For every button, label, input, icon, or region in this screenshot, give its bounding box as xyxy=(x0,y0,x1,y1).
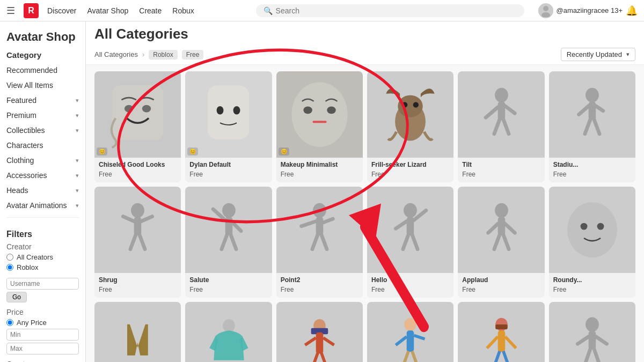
svg-line-78 xyxy=(487,337,497,348)
items-grid: 😊 Chiseled Good Looks Free 😊 xyxy=(86,65,644,362)
item-name: Tilt xyxy=(462,161,540,169)
list-item[interactable] xyxy=(367,302,453,362)
svg-rect-29 xyxy=(134,217,142,235)
svg-point-16 xyxy=(495,88,508,102)
item-name: Stadiu... xyxy=(553,161,631,169)
search-input[interactable] xyxy=(276,6,517,15)
item-name: Shrug xyxy=(99,276,177,285)
svg-line-42 xyxy=(301,221,316,226)
bell-icon[interactable]: 🔔 xyxy=(626,5,638,17)
svg-line-38 xyxy=(221,235,226,249)
svg-point-1 xyxy=(541,12,550,17)
svg-point-6 xyxy=(217,106,224,114)
list-item[interactable]: Tilt Free xyxy=(458,71,544,182)
list-item[interactable]: 😊 Dylan Default Free xyxy=(185,71,272,182)
list-item[interactable]: Shrug Free xyxy=(94,187,181,298)
svg-line-48 xyxy=(396,221,407,229)
list-item[interactable] xyxy=(94,302,181,362)
sidebar-item-collectibles[interactable]: Collectibles ▾ xyxy=(0,123,85,138)
item-price: Free xyxy=(281,171,358,178)
svg-line-73 xyxy=(403,351,408,362)
item-name: Roundy... xyxy=(553,276,631,285)
list-item[interactable]: Frill-seeker Lizard Free xyxy=(367,71,453,182)
list-item[interactable]: Salute Free xyxy=(185,187,272,298)
chevron-down-icon: ▾ xyxy=(76,202,79,209)
svg-line-33 xyxy=(140,235,145,249)
item-badge: 😊 xyxy=(187,147,198,156)
nav-discover[interactable]: Discover xyxy=(47,6,76,15)
sidebar: Avatar Shop Category Recommended View Al… xyxy=(0,21,86,362)
list-item[interactable] xyxy=(185,302,272,362)
item-info: Chiseled Good Looks Free xyxy=(94,158,181,182)
nav-avatar-shop[interactable]: Avatar Shop xyxy=(87,6,128,15)
svg-rect-70 xyxy=(407,330,414,352)
svg-point-59 xyxy=(580,223,587,230)
item-name: Point2 xyxy=(281,276,358,285)
svg-point-13 xyxy=(398,95,422,117)
svg-line-86 xyxy=(585,349,590,362)
search-icon: 🔍 xyxy=(264,6,273,15)
radio-any-price[interactable]: Any Price xyxy=(6,319,79,327)
list-item[interactable]: 😊 Chiseled Good Looks Free xyxy=(94,71,181,182)
sidebar-item-view-all[interactable]: View All Items xyxy=(0,78,85,93)
item-name: Chiseled Good Looks xyxy=(99,161,177,169)
svg-point-28 xyxy=(131,203,144,218)
svg-line-66 xyxy=(323,338,334,345)
sidebar-item-avatar-animations[interactable]: Avatar Animations ▾ xyxy=(0,198,85,213)
svg-point-69 xyxy=(404,318,416,331)
sidebar-item-characters[interactable]: Characters xyxy=(0,138,85,153)
list-item[interactable] xyxy=(549,302,635,362)
avatar[interactable] xyxy=(538,3,553,18)
item-price: Free xyxy=(462,286,540,293)
svg-rect-77 xyxy=(497,330,505,352)
item-name: Dylan Default xyxy=(189,161,267,169)
nav-create[interactable]: Create xyxy=(139,6,162,15)
svg-rect-83 xyxy=(589,331,596,350)
creator-filter: Creator All Creators Roblox Go xyxy=(0,242,85,302)
list-item[interactable]: 😊 Makeup Minimalist Free xyxy=(276,71,363,182)
svg-line-37 xyxy=(232,223,241,231)
creators-sidebar-label: Creators xyxy=(0,354,85,362)
username-input[interactable] xyxy=(6,278,79,290)
list-item[interactable] xyxy=(458,302,544,362)
page-layout: Avatar Shop Category Recommended View Al… xyxy=(0,21,644,362)
svg-point-60 xyxy=(597,223,604,230)
item-info: Tilt Free xyxy=(458,158,544,182)
breadcrumb-separator: › xyxy=(142,50,144,58)
breadcrumb-free[interactable]: Free xyxy=(182,50,204,60)
radio-roblox[interactable]: Roblox xyxy=(6,263,79,271)
sort-dropdown[interactable]: Recently Updated ▾ xyxy=(561,48,635,61)
svg-rect-2 xyxy=(112,85,164,141)
svg-line-18 xyxy=(486,107,498,117)
max-price-input[interactable] xyxy=(6,343,79,354)
list-item[interactable]: Roundy... Free xyxy=(549,187,635,298)
chevron-down-icon: ▾ xyxy=(76,112,79,119)
sidebar-item-featured[interactable]: Featured ▾ xyxy=(0,93,85,108)
list-item[interactable]: Point2 Free xyxy=(276,187,363,298)
sidebar-item-accessories[interactable]: Accessories ▾ xyxy=(0,168,85,183)
creator-radio-group: All Creators Roblox xyxy=(6,253,79,271)
nav-robux[interactable]: Robux xyxy=(172,6,194,15)
svg-line-39 xyxy=(230,235,236,249)
go-button[interactable]: Go xyxy=(6,292,27,302)
list-item[interactable] xyxy=(276,302,363,362)
sidebar-item-premium[interactable]: Premium ▾ xyxy=(0,108,85,123)
svg-rect-41 xyxy=(316,217,324,235)
min-price-input[interactable] xyxy=(6,329,79,341)
item-price: Free xyxy=(281,286,358,293)
breadcrumb-roblox[interactable]: Roblox xyxy=(149,50,177,60)
sidebar-item-heads[interactable]: Heads ▾ xyxy=(0,183,85,198)
sidebar-item-recommended[interactable]: Recommended xyxy=(0,63,85,78)
svg-line-56 xyxy=(494,235,499,249)
hamburger-icon[interactable]: ☰ xyxy=(6,5,15,17)
list-item[interactable]: Stadiu... Free xyxy=(549,71,635,182)
item-name: Applaud xyxy=(462,276,540,285)
list-item[interactable]: Hello Free xyxy=(367,187,453,298)
list-item[interactable]: Applaud Free xyxy=(458,187,544,298)
breadcrumb-all-categories[interactable]: All Categories xyxy=(94,50,138,58)
radio-all-creators[interactable]: All Creators xyxy=(6,253,79,261)
chevron-down-icon: ▾ xyxy=(76,97,79,104)
sidebar-item-clothing[interactable]: Clothing ▾ xyxy=(0,153,85,168)
item-info: Applaud Free xyxy=(458,273,544,298)
chevron-down-icon: ▾ xyxy=(76,172,79,179)
